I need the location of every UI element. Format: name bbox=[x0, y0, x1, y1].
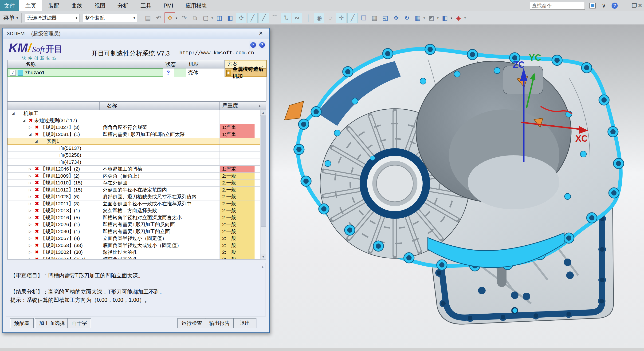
col-rule-name[interactable]: 名称 bbox=[100, 102, 220, 110]
scroll-up-icon[interactable]: ▲ bbox=[253, 102, 266, 110]
zoom-window-icon[interactable]: ◱ bbox=[380, 13, 390, 23]
col-severity[interactable]: 严重度 bbox=[220, 102, 253, 110]
command-search-box[interactable] bbox=[530, 2, 585, 10]
ribbon-tab[interactable]: 视图 bbox=[88, 0, 112, 11]
selection-filter-dropdown[interactable]: 无选择过滤器▾ bbox=[25, 14, 80, 22]
ellipse-icon[interactable]: ◌ bbox=[325, 13, 335, 23]
line-icon[interactable]: ╱ bbox=[247, 13, 258, 23]
part-nav-icon[interactable]: ◩ bbox=[426, 13, 436, 23]
move-face-icon[interactable]: ✥ bbox=[164, 13, 175, 23]
grid-icon[interactable]: ▦ bbox=[370, 13, 379, 23]
scrollbar-thumb[interactable] bbox=[261, 116, 266, 227]
ribbon-tab[interactable]: 装配 bbox=[42, 0, 65, 11]
tree-expander-icon[interactable]: ▷ bbox=[27, 215, 34, 220]
menu-button[interactable]: 菜单▾ bbox=[3, 14, 18, 22]
tree-expander-icon[interactable]: ▷ bbox=[27, 174, 34, 178]
rule-row[interactable]: 面(56137) bbox=[8, 145, 266, 152]
rule-row[interactable]: ◢ ✖ 未通过规则(31/117) bbox=[8, 117, 266, 124]
tree-expander-icon[interactable]: ▷ bbox=[27, 222, 34, 227]
dialog-close-button[interactable]: ✕ bbox=[259, 30, 263, 37]
shaded-cube-icon[interactable]: ◧ bbox=[440, 13, 450, 23]
tree-expander-icon[interactable]: ▷ bbox=[27, 167, 34, 171]
dialog-title-bar[interactable]: 3DDFM--- (超级管理员) ✕ bbox=[2, 29, 269, 39]
rule-row[interactable]: ▷ ✖ 【规则12013】(1) 复杂凹槽，方向选择失败 2:一般 bbox=[8, 207, 266, 214]
tree-expander-icon[interactable]: ▷ bbox=[27, 195, 34, 199]
tree-expander-icon[interactable]: ▷ bbox=[27, 250, 34, 254]
vendor-url[interactable]: http://www.kmsoft.com.cn bbox=[179, 50, 254, 56]
rule-row[interactable]: ▷ ✖ 【规则11012】(15) 外倒圆的半径不在给定范围内 2:一般 bbox=[8, 187, 266, 194]
rule-row[interactable]: ▷ ✖ 【规则12058】(38) 底面倒圆半径过大或过小（固定值） 2:一般 bbox=[8, 242, 266, 249]
tree-expander-icon[interactable]: ▷ bbox=[27, 202, 34, 206]
rule-row[interactable]: ◢ 实例1 bbox=[8, 138, 266, 145]
plus-icon[interactable]: ✛ bbox=[336, 13, 346, 23]
point-cross-icon[interactable]: ┼ bbox=[303, 13, 313, 23]
part-row[interactable]: ✓ zhuzao1 ? 壳体 ◉ 金属模铸造后机加 bbox=[8, 69, 266, 77]
minimize-ribbon-chevron[interactable]: ∨ bbox=[600, 2, 608, 10]
detail-scroll-up-icon[interactable]: ▲ bbox=[261, 265, 264, 269]
ribbon-tab[interactable]: 应用模块 bbox=[179, 0, 213, 11]
layout-grid-icon[interactable]: ▦ bbox=[413, 13, 422, 23]
rotate-view-icon[interactable]: ◫ bbox=[214, 13, 224, 23]
rule-row[interactable]: ▷ ✖ 【规则11009】(2) 内尖角（倒角上） 2:一般 bbox=[8, 173, 266, 180]
help-button[interactable]: ? bbox=[610, 2, 618, 10]
pattern-gray-icon[interactable]: ⧉ bbox=[190, 13, 200, 23]
studio-spline-icon[interactable]: ᔐ bbox=[281, 13, 291, 23]
upper-housing[interactable] bbox=[284, 44, 624, 271]
rotate-gray-icon[interactable]: ↷ bbox=[179, 13, 189, 23]
line-point-icon[interactable]: ╱ bbox=[258, 13, 269, 23]
col-machine-type[interactable]: 机型 bbox=[186, 60, 225, 68]
tree-expander-icon[interactable]: ▷ bbox=[27, 188, 34, 192]
rule-row[interactable]: ▷ ✖ 【规则13004】(264) 精度要求高的孔 2:一般 bbox=[8, 256, 266, 259]
output-report-button[interactable]: 输出报告 bbox=[205, 318, 234, 328]
tree-expander-icon[interactable]: ▷ bbox=[27, 181, 34, 185]
fullscreen-button[interactable] bbox=[588, 2, 596, 10]
selection-scope-dropdown[interactable]: 整个装配▾ bbox=[83, 14, 137, 22]
section-view-icon[interactable]: ◧ bbox=[225, 13, 235, 23]
run-check-button[interactable]: 运行检查 bbox=[178, 318, 206, 328]
preconfig-button[interactable]: 预配置 bbox=[10, 318, 34, 328]
tree-expander-icon[interactable]: ◢ bbox=[21, 118, 27, 123]
3d-model[interactable]: YC ZC XC bbox=[277, 31, 634, 339]
tab-file[interactable]: 文件 bbox=[0, 0, 19, 11]
rule-row[interactable]: ◢ 机加工 bbox=[8, 110, 266, 117]
tree-expander-icon[interactable]: ◢ bbox=[27, 132, 34, 136]
col-name[interactable]: 名称 bbox=[8, 60, 163, 68]
rule-row[interactable]: ▷ ✖ 【规则12046】(2) 不容易加工的凹槽 1:严重 bbox=[8, 166, 266, 173]
curve-wave-icon[interactable]: ∾ bbox=[292, 13, 302, 23]
window-minimize-button[interactable]: ─ bbox=[622, 2, 630, 10]
part-checkbox[interactable]: ✓ bbox=[10, 70, 16, 76]
rule-row[interactable]: ▷ ✖ 【规则13002】(30) 深径比过大的孔 2:一般 bbox=[8, 249, 266, 256]
refresh-icon[interactable]: ↻ bbox=[402, 13, 412, 23]
fillet-curve-icon[interactable]: ⌒ bbox=[270, 13, 280, 23]
ribbon-tab[interactable]: PMI bbox=[158, 0, 179, 11]
search-input[interactable] bbox=[530, 3, 598, 9]
rule-row[interactable]: ▷ ✖ 【规则12057】(4) 立面倒圆半径过小（固定值） 2:一般 bbox=[8, 235, 266, 242]
tree-expander-icon[interactable]: ▷ bbox=[27, 229, 34, 234]
rules-scrollbar[interactable]: ▲ ▼ bbox=[260, 110, 266, 260]
tree-expander-icon[interactable]: ▷ bbox=[27, 208, 34, 213]
scroll-up-button[interactable]: ▲ bbox=[260, 110, 266, 116]
rule-row[interactable]: 面(50258) bbox=[8, 152, 266, 159]
undo-gray-icon[interactable]: ↶ bbox=[154, 13, 164, 23]
exit-button[interactable]: 退出 bbox=[234, 318, 256, 328]
rule-row[interactable]: ▷ ✖ 【规则12011】(3) 立面各倒圆半径不一致或不在推荐系列中 2:一般 bbox=[8, 200, 266, 207]
dialog-help-button[interactable]: ? bbox=[258, 41, 266, 49]
scroll-down-button[interactable]: ▼ bbox=[260, 254, 266, 260]
ribbon-tab[interactable]: 工具 bbox=[134, 0, 158, 11]
marquee-select-icon[interactable]: ▢ bbox=[201, 13, 210, 23]
rule-row[interactable]: ▷ ✖ 【规则11027】(3) 倒角角度不符合规范 1:严重 bbox=[8, 124, 266, 131]
rule-row[interactable]: ▷ ✖ 【规则12016】(5) 凹槽转角半径相对立面深度而言太小 2:一般 bbox=[8, 214, 266, 221]
ribbon-tab[interactable]: 分析 bbox=[112, 0, 134, 11]
about-button[interactable]: ◔ bbox=[249, 41, 257, 49]
rule-row[interactable]: ◢ ✖ 【规则12031】(1) 凹槽内需要T形刀加工的凹陷立面太深 1:严重 bbox=[8, 131, 266, 138]
move-component-icon[interactable]: ✣ bbox=[236, 13, 246, 23]
tree-expander-icon[interactable]: ▷ bbox=[27, 243, 34, 247]
tree-expander-icon[interactable]: ▷ bbox=[27, 257, 34, 259]
ribbon-tab[interactable]: 曲线 bbox=[65, 0, 88, 11]
sheet-icon[interactable]: ❏ bbox=[359, 13, 368, 23]
rule-row[interactable]: ▷ ✖ 【规则11010】(15) 存在外倒圆 2:一般 bbox=[8, 179, 266, 187]
rule-row[interactable]: ▷ ✖ 【规则12026】(1) 凹槽内有需要T形刀加工的反向面 2:一般 bbox=[8, 221, 266, 228]
circle-icon[interactable]: ◉ bbox=[314, 13, 324, 23]
diag-line-icon[interactable]: ╱ bbox=[348, 13, 358, 23]
window-close-button[interactable]: ✕ bbox=[636, 2, 644, 10]
